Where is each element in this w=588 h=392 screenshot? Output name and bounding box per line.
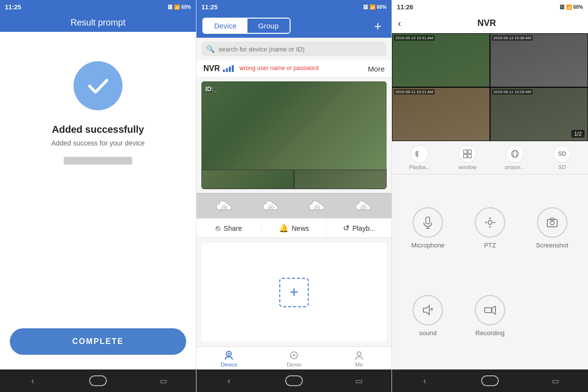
tab-bottom-demo[interactable]: Demo xyxy=(262,350,327,368)
battery-icon-3: 60% xyxy=(573,4,583,10)
back-nav-1[interactable]: ‹ xyxy=(21,373,45,388)
cloud-icon-4[interactable] xyxy=(349,196,378,215)
svg-point-22 xyxy=(513,150,517,157)
nav-bar-3: ‹ ▭ xyxy=(392,369,588,392)
cloud-icon-2[interactable] xyxy=(256,196,286,215)
panel-nvr: 11:26 🖼 📶 60% ‹ NVR 2019-06-13 10:31:AM … xyxy=(392,0,588,392)
svg-point-26 xyxy=(488,220,492,224)
svg-marker-34 xyxy=(493,221,495,223)
home-nav-2[interactable] xyxy=(282,373,306,388)
status-bar-3: 11:26 🖼 📶 60% xyxy=(392,0,588,14)
cloud-icon-1[interactable] xyxy=(210,196,239,215)
sound-icon xyxy=(413,295,443,325)
more-button[interactable]: More xyxy=(368,65,385,73)
camera-thumb-row xyxy=(201,170,387,189)
signal-bar-2 xyxy=(226,68,228,72)
microphone-icon xyxy=(413,207,443,238)
page-title-1: Result prompt xyxy=(71,18,125,28)
svg-point-13 xyxy=(228,353,230,355)
news-button[interactable]: 🔔 News xyxy=(262,219,327,238)
svg-rect-18 xyxy=(468,150,471,153)
tab-bottom-device[interactable]: Device xyxy=(196,350,262,368)
action-row: ⎋ Share 🔔 News ↺ Playb... xyxy=(196,218,392,238)
tab-group[interactable]: Group xyxy=(247,19,290,33)
device-tab-icon xyxy=(223,350,234,361)
news-label: News xyxy=(292,224,309,232)
add-device-button[interactable]: + xyxy=(370,18,386,34)
cloud-icons-row xyxy=(196,193,392,218)
recents-nav-1[interactable]: ▭ xyxy=(151,373,175,388)
page-indicator: 1/2 xyxy=(571,130,585,138)
sound-func[interactable]: sound xyxy=(397,272,459,360)
svg-marker-32 xyxy=(489,226,491,228)
window-ctrl[interactable]: window xyxy=(459,145,477,170)
success-content: Added successfully Added success for you… xyxy=(0,32,196,320)
photo-icon-3: 🖼 xyxy=(560,4,564,10)
proportion-ctrl[interactable]: propor... xyxy=(505,145,525,170)
nav-bar-1: ‹ ▭ xyxy=(0,369,196,392)
success-subtitle: Added success for your device xyxy=(51,139,145,147)
home-nav-1[interactable] xyxy=(86,373,110,388)
cloud-icon-3[interactable] xyxy=(302,196,332,215)
share-button[interactable]: ⎋ Share xyxy=(196,219,262,238)
svg-marker-15 xyxy=(293,354,296,357)
svg-rect-19 xyxy=(464,154,467,158)
camera-thumb-2 xyxy=(294,170,387,189)
home-icon-3 xyxy=(481,375,499,386)
nvr-camera-grid[interactable]: 2019-06-13 10:31:AM 2019-06-13 10:38 AM … xyxy=(392,33,588,141)
tab-bottom-me[interactable]: Me xyxy=(326,350,392,368)
back-arrow-icon-2: ‹ xyxy=(227,376,230,386)
status-icons-2: 🖼 📶 60% xyxy=(363,4,387,10)
search-input[interactable] xyxy=(219,46,382,53)
device-id-blurred xyxy=(64,157,132,165)
sd-ctrl-icon: SD xyxy=(553,145,571,163)
search-bar[interactable]: 🔍 xyxy=(201,42,387,56)
nvr-top-bar: ‹ NVR xyxy=(392,14,588,33)
signal-bars-icon xyxy=(223,65,234,72)
camera-cell-3: 2019-06-11 10:21 AM xyxy=(392,87,490,141)
signal-bar-1 xyxy=(223,70,225,72)
svg-marker-42 xyxy=(492,306,495,314)
me-tab-icon xyxy=(354,350,365,361)
nvr-title: NVR xyxy=(407,18,566,28)
playback-ctrl[interactable]: Playba... xyxy=(409,145,430,170)
status-time-3: 11:26 xyxy=(397,3,413,11)
device-row-nvr[interactable]: NVR wrong user name or password More xyxy=(196,60,392,77)
photo-icon: 🖼 xyxy=(168,4,172,10)
top-bar-1: Result prompt xyxy=(0,14,196,32)
signal-bar-3 xyxy=(229,67,231,72)
screenshot-func[interactable]: Screenshot xyxy=(521,184,583,272)
status-icons-1: 🖼 📶 60% xyxy=(168,4,191,10)
camera-cell-2: 2019-06-13 10:38 AM xyxy=(490,33,588,87)
signal-icon: 📶 xyxy=(174,4,180,10)
svg-rect-23 xyxy=(426,217,430,224)
camera-preview-grid[interactable]: ID:_ xyxy=(201,81,387,189)
camera-id-label: ID:_ xyxy=(205,85,218,93)
status-bar-2: 11:25 🖼 📶 60% xyxy=(196,0,392,14)
sd-ctrl[interactable]: SD SD xyxy=(553,145,571,170)
svg-point-21 xyxy=(512,150,518,157)
recents-nav-2[interactable]: ▭ xyxy=(347,373,371,388)
back-nav-3[interactable]: ‹ xyxy=(413,373,437,388)
recents-nav-3[interactable]: ▭ xyxy=(543,373,567,388)
cam-timestamp-2: 2019-06-13 10:38 AM xyxy=(492,35,533,41)
svg-marker-31 xyxy=(489,217,491,219)
ptz-icon xyxy=(475,207,505,238)
microphone-func[interactable]: Microphone xyxy=(397,184,459,272)
device-name: NVR xyxy=(203,64,220,73)
ptz-func[interactable]: PTZ xyxy=(459,184,521,272)
back-nav-2[interactable]: ‹ xyxy=(217,373,241,388)
complete-button[interactable]: COMPLETE xyxy=(10,328,186,355)
tab-device[interactable]: Device xyxy=(203,19,247,33)
cam-timestamp-4: 2019-06-11 10:28 AM xyxy=(492,89,533,95)
back-button[interactable]: ‹ xyxy=(398,18,401,29)
svg-point-36 xyxy=(550,221,554,225)
camera-cell-4: 2019-06-11 10:28 AM 1/2 xyxy=(490,87,588,141)
add-device-area[interactable]: + xyxy=(201,243,387,342)
recents-icon: ▭ xyxy=(160,376,167,386)
home-nav-3[interactable] xyxy=(478,373,502,388)
share-label: Share xyxy=(223,224,242,232)
playback-button[interactable]: ↺ Playb... xyxy=(327,219,392,238)
recording-func[interactable]: Recording xyxy=(459,272,521,360)
status-bar-1: 11:25 🖼 📶 60% xyxy=(0,0,196,14)
